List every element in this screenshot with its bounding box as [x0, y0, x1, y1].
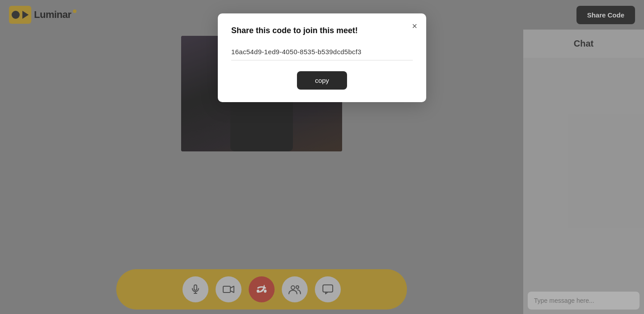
modal-code: 16ac54d9-1ed9-4050-8535-b539dcd5bcf3 — [231, 43, 413, 60]
modal-overlay: Share this code to join this meet! × 16a… — [0, 0, 644, 314]
copy-button[interactable]: copy — [297, 71, 347, 90]
modal-close-button[interactable]: × — [412, 22, 417, 30]
share-code-modal: Share this code to join this meet! × 16a… — [218, 13, 426, 102]
modal-title: Share this code to join this meet! — [231, 26, 413, 35]
